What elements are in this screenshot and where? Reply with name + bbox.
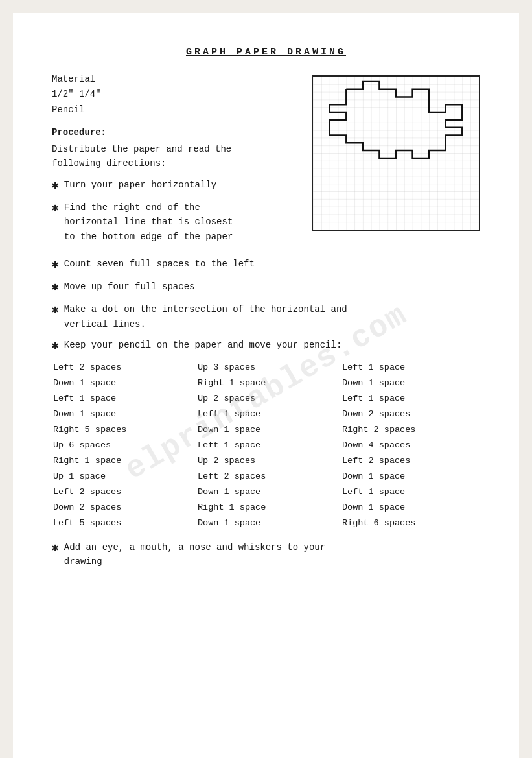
move-item: Down 1 space <box>198 423 336 438</box>
move-item: Up 3 spaces <box>198 361 336 375</box>
instruction-6: ✱ Keep your pencil on the paper and move… <box>52 338 480 354</box>
move-item: Up 2 spaces <box>198 392 336 407</box>
instruction-4: ✱ Move up four full spaces <box>52 279 480 296</box>
graph-grid <box>312 75 480 231</box>
move-item: Down 1 space <box>342 376 480 391</box>
move-item: Left 2 spaces <box>198 469 336 484</box>
material-label: Material <box>52 72 299 88</box>
move-item: Down 2 spaces <box>342 407 480 422</box>
move-item: Up 1 space <box>53 469 191 484</box>
material-sizes: 1/2" 1/4" <box>52 87 299 102</box>
move-item: Right 1 space <box>53 454 191 469</box>
move-item: Left 1 space <box>342 361 480 375</box>
instruction-5-text: Make a dot on the intersection of the ho… <box>64 302 480 331</box>
move-item: Left 2 spaces <box>342 454 480 469</box>
moves-grid: Left 2 spacesUp 3 spacesLeft 1 spaceDown… <box>53 361 480 530</box>
move-item: Left 2 spaces <box>53 485 191 500</box>
bullet-5: ✱ <box>52 302 59 318</box>
move-item: Down 4 spaces <box>342 438 480 453</box>
moves-section: Left 2 spacesUp 3 spacesLeft 1 spaceDown… <box>52 361 480 530</box>
move-item: Left 2 spaces <box>53 361 191 375</box>
bullet-1: ✱ <box>52 178 59 194</box>
page: GRAPH PAPER DRAWING Material 1/2" 1/4" P… <box>13 13 519 758</box>
move-item: Down 1 space <box>198 485 336 500</box>
grid-svg <box>313 77 479 230</box>
bullet-3: ✱ <box>52 257 59 273</box>
move-item: Down 1 space <box>53 376 191 391</box>
bullet-6: ✱ <box>52 338 59 354</box>
move-item: Down 2 spaces <box>53 501 191 515</box>
materials-section: Material 1/2" 1/4" Pencil <box>52 72 299 118</box>
move-item: Right 6 spaces <box>342 516 480 531</box>
move-item: Right 1 space <box>198 376 336 391</box>
procedure-text: Distribute the paper and read thefollowi… <box>52 142 299 171</box>
move-item: Left 1 space <box>342 392 480 407</box>
instruction-4-text: Move up four full spaces <box>64 279 480 294</box>
left-content: Material 1/2" 1/4" Pencil Procedure: Dis… <box>52 72 312 251</box>
move-item: Left 1 space <box>198 407 336 422</box>
bullet-4: ✱ <box>52 279 59 296</box>
instruction-5: ✱ Make a dot on the intersection of the … <box>52 302 480 331</box>
move-item: Right 5 spaces <box>53 423 191 438</box>
move-item: Up 6 spaces <box>53 438 191 453</box>
move-item: Down 1 space <box>342 501 480 515</box>
final-instruction: ✱ Add an eye, a mouth, a nose and whiske… <box>52 540 480 569</box>
move-item: Right 2 spaces <box>342 423 480 438</box>
procedure-label: Procedure: <box>52 126 299 139</box>
move-item: Left 1 space <box>53 392 191 407</box>
move-item: Left 5 spaces <box>53 516 191 531</box>
instruction-3: ✱ Count seven full spaces to the left <box>52 257 480 273</box>
material-item: Pencil <box>52 102 299 118</box>
instruction-1: ✱ Turn your paper horizontally <box>52 178 299 194</box>
top-section: Material 1/2" 1/4" Pencil Procedure: Dis… <box>52 72 480 251</box>
instructions-section: ✱ Count seven full spaces to the left ✱ … <box>52 257 480 354</box>
move-item: Left 1 space <box>342 485 480 500</box>
instruction-1-text: Turn your paper horizontally <box>64 178 299 192</box>
bullet-final: ✱ <box>52 540 59 556</box>
instruction-2-text: Find the right end of thehorizontal line… <box>64 200 299 244</box>
instruction-2: ✱ Find the right end of thehorizontal li… <box>52 200 299 244</box>
move-item: Down 1 space <box>53 407 191 422</box>
page-title: GRAPH PAPER DRAWING <box>52 45 480 60</box>
instruction-6-text: Keep your pencil on the paper and move y… <box>64 338 480 352</box>
final-instruction-text: Add an eye, a mouth, a nose and whiskers… <box>64 540 480 569</box>
move-item: Right 1 space <box>198 501 336 515</box>
move-item: Down 1 space <box>198 516 336 531</box>
graph-container <box>312 75 480 231</box>
move-item: Left 1 space <box>198 438 336 453</box>
instruction-3-text: Count seven full spaces to the left <box>64 257 480 271</box>
move-item: Up 2 spaces <box>198 454 336 469</box>
move-item: Down 1 space <box>342 469 480 484</box>
bullet-2: ✱ <box>52 200 59 217</box>
